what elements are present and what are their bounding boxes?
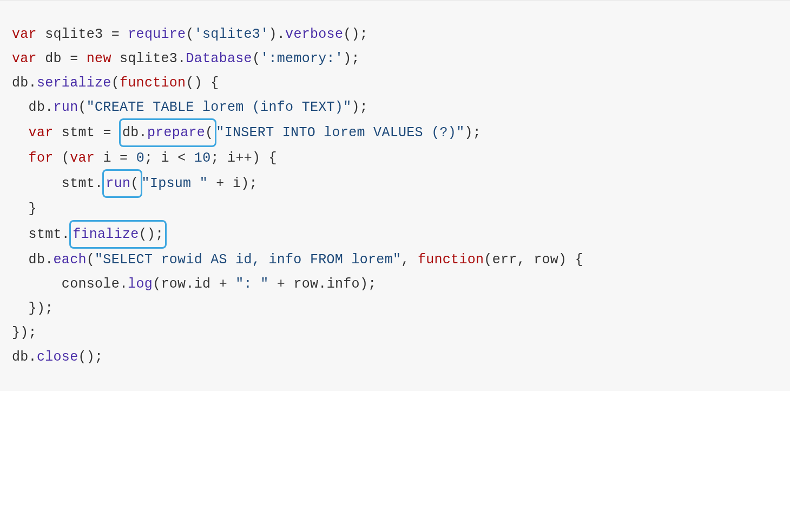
code-token: 'sqlite3' (194, 26, 269, 42)
code-token: var (12, 26, 37, 42)
code-token (208, 176, 216, 191)
code-token: . (29, 349, 37, 365)
code-token: , (401, 252, 409, 268)
code-token: id (194, 276, 211, 292)
code-token: function (120, 75, 186, 91)
code-token: ( (252, 51, 260, 66)
code-token: new (87, 51, 111, 66)
code-token: ':memory:' (260, 51, 343, 66)
code-token: . (277, 26, 285, 42)
code-token (285, 276, 293, 292)
code-token: require (128, 26, 186, 42)
code-token: ( (153, 276, 161, 292)
code-token: var (70, 150, 95, 166)
code-token: }); (29, 301, 54, 316)
highlight-box: db.prepare( (119, 118, 216, 147)
code-line: db.close(); (12, 345, 778, 369)
code-token: var (12, 51, 37, 66)
code-token (12, 276, 62, 292)
code-token: db (29, 99, 45, 115)
code-token: ; (144, 150, 153, 166)
code-line: var stmt = db.prepare("INSERT INTO lorem… (12, 119, 778, 146)
code-token: row (161, 276, 186, 292)
code-line: stmt.run("Ipsum " + i); (12, 170, 778, 197)
code-token: run (54, 99, 78, 115)
code-token (54, 125, 62, 141)
code-line: var sqlite3 = require('sqlite3').verbose… (12, 22, 778, 46)
code-token (12, 176, 62, 191)
code-token: row (534, 252, 558, 268)
code-token: db (29, 252, 45, 268)
code-token: row (293, 276, 318, 292)
code-token: . (62, 227, 70, 242)
code-token (269, 276, 277, 292)
code-token (225, 176, 233, 191)
code-token: function (418, 252, 484, 268)
code-token: ( (111, 75, 120, 91)
code-token: ) (268, 26, 276, 42)
code-token: = (70, 51, 78, 66)
code-token: stmt (62, 125, 95, 141)
code-token: (); (78, 349, 103, 365)
code-token: . (318, 276, 326, 292)
code-line: db.serialize(function() { (12, 71, 778, 95)
code-token (12, 252, 29, 268)
code-token (12, 301, 29, 316)
code-token: { (567, 252, 583, 268)
code-token: . (120, 276, 128, 292)
code-token: db (12, 349, 29, 365)
code-token: + (216, 176, 224, 191)
code-token: ); (360, 276, 377, 292)
code-line: db.run("CREATE TABLE lorem (info TEXT)")… (12, 95, 778, 119)
code-token: ( (62, 150, 70, 166)
code-token: + (219, 276, 227, 292)
code-token: = (111, 26, 120, 42)
code-token: (); (343, 26, 368, 42)
code-token: } (29, 201, 37, 217)
code-token: () { (186, 75, 219, 91)
code-token: . (45, 99, 53, 115)
code-token: verbose (285, 26, 343, 42)
code-token (12, 201, 29, 217)
code-token: . (139, 125, 147, 141)
code-token (95, 150, 103, 166)
code-token: finalize (73, 227, 139, 242)
code-token: }); (12, 325, 37, 341)
code-token: = (103, 125, 111, 141)
code-token: db (45, 51, 62, 66)
code-token: 10 (194, 150, 211, 166)
code-token: Database (186, 51, 252, 66)
code-token: < (177, 150, 186, 166)
code-token: err (492, 252, 517, 268)
code-token: ++ (235, 150, 252, 166)
code-token: = (120, 150, 128, 166)
code-token: . (186, 276, 194, 292)
code-token: ); (464, 125, 481, 141)
code-token (78, 51, 86, 66)
highlight-box: run( (102, 169, 142, 198)
code-token: stmt (62, 176, 95, 191)
code-token: info (327, 276, 360, 292)
code-token: "CREATE TABLE lorem (info TEXT)" (87, 99, 352, 115)
code-token (227, 276, 235, 292)
highlight-box: finalize(); (69, 220, 167, 249)
code-token (12, 99, 29, 115)
code-token: ) (558, 252, 567, 268)
code-line: stmt.finalize(); (12, 221, 778, 248)
code-token: . (177, 51, 186, 66)
code-token: sqlite3 (120, 51, 177, 66)
code-token: run (106, 176, 130, 191)
code-token: . (45, 252, 53, 268)
code-block: var sqlite3 = require('sqlite3').verbose… (0, 0, 790, 391)
code-token: ( (205, 125, 213, 141)
code-token (111, 125, 120, 141)
code-token: ); (241, 176, 258, 191)
code-line: for (var i = 0; i < 10; i++) { (12, 146, 778, 170)
code-token: ); (343, 51, 360, 66)
code-line: } (12, 197, 778, 221)
code-token: close (37, 349, 78, 365)
code-token: ; (210, 150, 219, 166)
code-token: console (62, 276, 120, 292)
code-line: var db = new sqlite3.Database(':memory:'… (12, 46, 778, 71)
code-token: "Ipsum " (142, 176, 208, 191)
